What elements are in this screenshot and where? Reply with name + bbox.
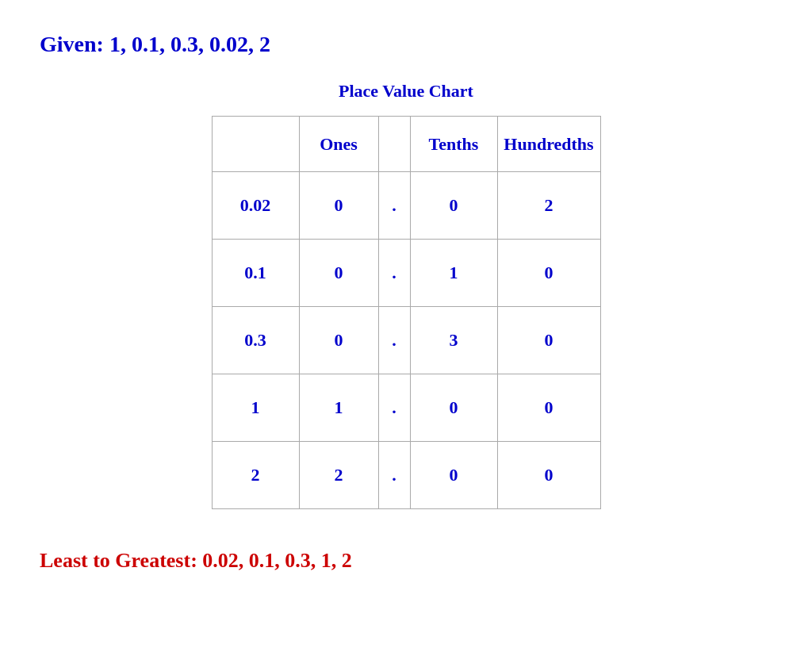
header-col3: Tenths — [410, 117, 497, 172]
table-row: 0.30.30 — [212, 307, 600, 374]
cell-tenths: 3 — [410, 307, 497, 374]
chart-title: Place Value Chart — [339, 81, 473, 102]
header-col1: Ones — [299, 117, 378, 172]
cell-ones: 0 — [299, 172, 378, 240]
cell-number: 2 — [212, 442, 299, 509]
header-col4: Hundredths — [497, 117, 600, 172]
cell-hundredths: 0 — [497, 307, 600, 374]
place-value-table: Ones Tenths Hundredths 0.020.020.10.100.… — [212, 116, 601, 509]
cell-hundredths: 0 — [497, 374, 600, 442]
cell-dot: . — [378, 442, 410, 509]
cell-dot: . — [378, 374, 410, 442]
cell-ones: 2 — [299, 442, 378, 509]
cell-tenths: 0 — [410, 172, 497, 240]
cell-tenths: 0 — [410, 374, 497, 442]
cell-hundredths: 2 — [497, 172, 600, 240]
cell-ones: 0 — [299, 240, 378, 307]
least-greatest-statement: Least to Greatest: 0.02, 0.1, 0.3, 1, 2 — [40, 549, 352, 573]
chart-container: Place Value Chart Ones Tenths Hundredths… — [40, 81, 772, 509]
table-body: 0.020.020.10.100.30.3011.0022.00 — [212, 172, 600, 509]
cell-number: 0.02 — [212, 172, 299, 240]
table-row: 0.10.10 — [212, 240, 600, 307]
cell-dot: . — [378, 240, 410, 307]
cell-number: 0.3 — [212, 307, 299, 374]
cell-hundredths: 0 — [497, 240, 600, 307]
table-row: 22.00 — [212, 442, 600, 509]
cell-number: 1 — [212, 374, 299, 442]
cell-hundredths: 0 — [497, 442, 600, 509]
header-col2 — [378, 117, 410, 172]
cell-tenths: 1 — [410, 240, 497, 307]
cell-number: 0.1 — [212, 240, 299, 307]
cell-tenths: 0 — [410, 442, 497, 509]
cell-dot: . — [378, 172, 410, 240]
cell-dot: . — [378, 307, 410, 374]
cell-ones: 1 — [299, 374, 378, 442]
cell-ones: 0 — [299, 307, 378, 374]
table-row: 0.020.02 — [212, 172, 600, 240]
header-col0 — [212, 117, 299, 172]
given-statement: Given: 1, 0.1, 0.3, 0.02, 2 — [40, 32, 270, 57]
table-header-row: Ones Tenths Hundredths — [212, 117, 600, 172]
table-row: 11.00 — [212, 374, 600, 442]
